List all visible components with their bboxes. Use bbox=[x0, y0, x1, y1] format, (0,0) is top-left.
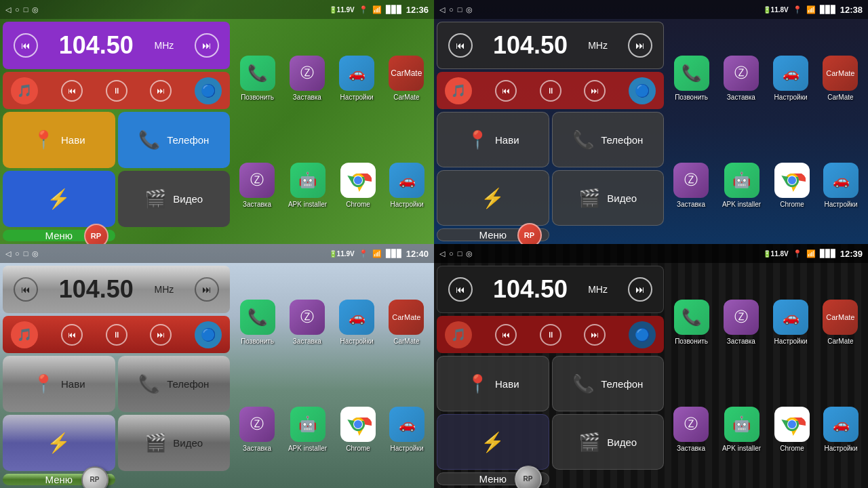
app-carmate-q2[interactable]: CarMate CarMate bbox=[823, 56, 858, 101]
menu-btn-q1[interactable]: Меню RP bbox=[3, 230, 115, 241]
menu-btn-q2[interactable]: Меню RP bbox=[437, 228, 549, 241]
bt-icon-q1[interactable]: 🔵 bbox=[195, 77, 222, 104]
home-icon-q4[interactable]: ○ bbox=[449, 249, 454, 258]
menu-btn-q3[interactable]: Меню RP bbox=[3, 474, 115, 485]
app-pozvonitj-q2[interactable]: 📞 Позвонить bbox=[674, 56, 709, 101]
app-zastavka2-q2[interactable]: Ⓩ Заставка bbox=[673, 163, 709, 208]
next-btn-q3[interactable]: ⏭ bbox=[195, 277, 219, 302]
phone-btn-q4[interactable]: 📞 Телефон bbox=[552, 356, 665, 411]
home-icon-q2[interactable]: ○ bbox=[449, 5, 454, 14]
music-icon-q1[interactable]: 🎵 bbox=[11, 77, 38, 104]
phone-btn-q1[interactable]: 📞 Телефон bbox=[118, 112, 231, 168]
phone-btn-q2[interactable]: 📞 Телефон bbox=[552, 112, 665, 167]
app-icon-img1-q2: 📞 bbox=[674, 56, 709, 91]
recents-icon-q4[interactable]: □ bbox=[458, 249, 462, 258]
music-icon-q2[interactable]: 🎵 bbox=[445, 77, 472, 104]
bt-icon-q2[interactable]: 🔵 bbox=[629, 77, 656, 104]
prev-media-q1[interactable]: ⏮ bbox=[61, 80, 83, 102]
recents-icon[interactable]: □ bbox=[24, 5, 28, 14]
app-carmate-q4[interactable]: CarMate CarMate bbox=[823, 300, 858, 345]
next-btn-q4[interactable]: ⏭ bbox=[628, 277, 652, 302]
app-chrome-q3[interactable]: Chrome bbox=[340, 407, 376, 452]
bt-btn-q1[interactable]: ⚡ bbox=[3, 171, 115, 227]
navi-btn-q3[interactable]: 📍 Нави bbox=[3, 356, 115, 412]
app-zastavka1-q1[interactable]: Ⓩ Заставка bbox=[290, 56, 325, 101]
navi-btn-q1[interactable]: 📍 Нави bbox=[3, 112, 115, 168]
play-media-q2[interactable]: ⏸ bbox=[540, 80, 561, 102]
bt-icon-q4[interactable]: 🔵 bbox=[629, 321, 656, 348]
app-chrome-q2[interactable]: Chrome bbox=[774, 163, 810, 208]
app-label5-q3: Заставка bbox=[243, 445, 271, 452]
bt-btn-q4[interactable]: ⚡ bbox=[437, 414, 549, 470]
prev-media-q4[interactable]: ⏮ bbox=[495, 324, 517, 346]
dot-icon-q2[interactable]: ◎ bbox=[466, 5, 473, 14]
prev-media-q2[interactable]: ⏮ bbox=[495, 80, 517, 102]
app-settings-q4[interactable]: 🚗 Настройки bbox=[773, 300, 808, 345]
prev-btn-q1[interactable]: ⏮ bbox=[14, 33, 38, 58]
app-zastavka2-q4[interactable]: Ⓩ Заставка bbox=[673, 407, 709, 452]
app-nastroyki-q1[interactable]: 🚗 Настройки bbox=[389, 163, 425, 208]
back-icon-q2[interactable]: ◁ bbox=[439, 5, 445, 14]
app-nastroyki-q4[interactable]: 🚗 Настройки bbox=[823, 407, 859, 452]
app-pozvonitj-q4[interactable]: 📞 Позвонить bbox=[674, 300, 709, 345]
next-btn-q2[interactable]: ⏭ bbox=[628, 33, 652, 58]
dot-icon[interactable]: ◎ bbox=[32, 5, 39, 14]
recents-icon-q3[interactable]: □ bbox=[24, 249, 28, 258]
dot-icon-q4[interactable]: ◎ bbox=[466, 249, 473, 258]
media-bar-q2: 🎵 ⏮ ⏸ ⏭ 🔵 bbox=[437, 72, 664, 109]
app-apk-q1[interactable]: 🤖 APK installer bbox=[288, 163, 327, 208]
video-btn-q3[interactable]: 🎬 Видео bbox=[118, 415, 231, 471]
app-apk-q4[interactable]: 🤖 APK installer bbox=[722, 407, 761, 452]
app-label5-q1: Заставка bbox=[243, 201, 271, 208]
navi-btn-q2[interactable]: 📍 Нави bbox=[437, 112, 549, 167]
bt-btn-q3[interactable]: ⚡ bbox=[3, 415, 115, 471]
app-settings-q1[interactable]: 🚗 Настройки bbox=[339, 56, 374, 101]
app-apk-q2[interactable]: 🤖 APK installer bbox=[722, 163, 761, 208]
prev-media-q3[interactable]: ⏮ bbox=[61, 324, 83, 346]
dot-icon-q3[interactable]: ◎ bbox=[32, 249, 39, 258]
home-icon-q3[interactable]: ○ bbox=[15, 249, 20, 258]
app-chrome-q1[interactable]: Chrome bbox=[340, 163, 376, 208]
play-media-q1[interactable]: ⏸ bbox=[106, 80, 127, 102]
prev-btn-q2[interactable]: ⏮ bbox=[448, 33, 473, 58]
app-nastroyki-q2[interactable]: 🚗 Настройки bbox=[823, 163, 859, 208]
video-btn-q4[interactable]: 🎬 Видео bbox=[552, 414, 665, 470]
play-media-q3[interactable]: ⏸ bbox=[106, 324, 127, 346]
bt-btn-q2[interactable]: ⚡ bbox=[437, 170, 549, 226]
next-btn-q1[interactable]: ⏭ bbox=[195, 33, 219, 58]
music-icon-q3[interactable]: 🎵 bbox=[11, 321, 38, 348]
app-zastavka1-q4[interactable]: Ⓩ Заставка bbox=[724, 300, 759, 345]
bt-icon-q3[interactable]: 🔵 bbox=[195, 321, 222, 348]
next-media-q3[interactable]: ⏭ bbox=[150, 324, 172, 346]
app-settings-q3[interactable]: 🚗 Настройки bbox=[339, 300, 374, 345]
menu-btn-q4[interactable]: Меню RP bbox=[437, 472, 549, 485]
next-media-q4[interactable]: ⏭ bbox=[584, 324, 606, 346]
app-carmate-q1[interactable]: CarMate CarMate bbox=[389, 56, 424, 101]
prev-btn-q3[interactable]: ⏮ bbox=[14, 277, 38, 302]
phone-btn-q3[interactable]: 📞 Телефон bbox=[118, 356, 231, 412]
app-zastavka2-q1[interactable]: Ⓩ Заставка bbox=[239, 163, 275, 208]
app-apk-q3[interactable]: 🤖 APK installer bbox=[288, 407, 327, 452]
navi-btn-q4[interactable]: 📍 Нави bbox=[437, 356, 549, 411]
home-icon[interactable]: ○ bbox=[15, 5, 20, 14]
next-media-q1[interactable]: ⏭ bbox=[150, 80, 172, 102]
app-settings-q2[interactable]: 🚗 Настройки bbox=[773, 56, 808, 101]
back-icon-q4[interactable]: ◁ bbox=[439, 249, 445, 258]
play-media-q4[interactable]: ⏸ bbox=[540, 324, 561, 346]
app-carmate-q3[interactable]: CarMate CarMate bbox=[389, 300, 424, 345]
app-pozvonitj-q1[interactable]: 📞 Позвонить bbox=[240, 56, 275, 101]
app-zastavka2-q3[interactable]: Ⓩ Заставка bbox=[239, 407, 275, 452]
app-pozvonitj-q3[interactable]: 📞 Позвонить bbox=[240, 300, 275, 345]
app-nastroyki-q3[interactable]: 🚗 Настройки bbox=[389, 407, 425, 452]
next-media-q2[interactable]: ⏭ bbox=[584, 80, 606, 102]
video-btn-q1[interactable]: 🎬 Видео bbox=[118, 171, 231, 227]
music-icon-q4[interactable]: 🎵 bbox=[445, 321, 472, 348]
app-zastavka1-q2[interactable]: Ⓩ Заставка bbox=[724, 56, 759, 101]
prev-btn-q4[interactable]: ⏮ bbox=[448, 277, 473, 302]
video-btn-q2[interactable]: 🎬 Видео bbox=[552, 170, 665, 226]
recents-icon-q2[interactable]: □ bbox=[458, 5, 462, 14]
app-zastavka1-q3[interactable]: Ⓩ Заставка bbox=[290, 300, 325, 345]
app-chrome-q4[interactable]: Chrome bbox=[774, 407, 810, 452]
back-icon[interactable]: ◁ bbox=[5, 5, 11, 14]
back-icon-q3[interactable]: ◁ bbox=[5, 249, 11, 258]
